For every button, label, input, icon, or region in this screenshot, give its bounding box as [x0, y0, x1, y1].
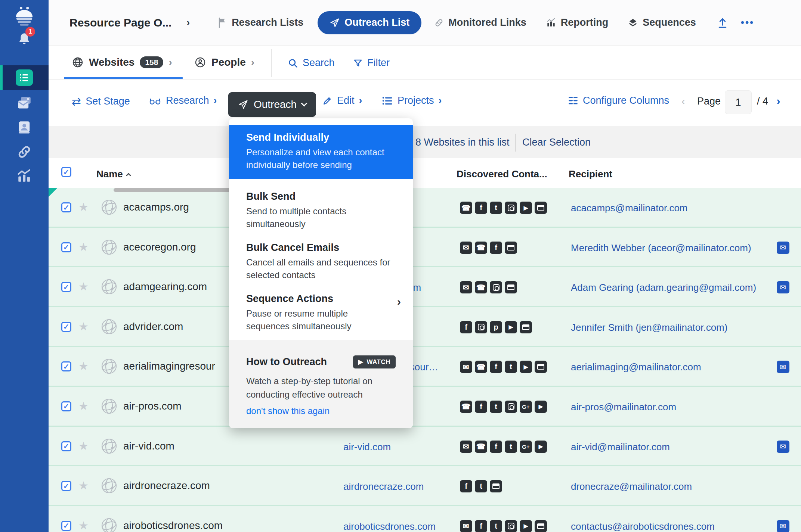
tab-sequences[interactable]: Sequences [628, 17, 696, 28]
facebook-icon[interactable]: f [460, 321, 472, 333]
star-icon[interactable]: ★ [78, 439, 89, 452]
phone-icon[interactable]: ☎ [475, 361, 487, 373]
row-checkbox[interactable]: ✓ [61, 481, 71, 491]
projects-menu-button[interactable]: Projects › [382, 95, 442, 106]
tab-reporting[interactable]: Reporting [546, 17, 609, 28]
website-url-link[interactable]: air-vid.com [343, 441, 391, 453]
youtube-icon[interactable]: ▶ [520, 520, 532, 532]
instagram-icon[interactable] [505, 401, 517, 413]
instagram-icon[interactable] [490, 281, 502, 293]
tab-people[interactable]: People › [194, 56, 254, 68]
phone-icon[interactable]: ☎ [475, 281, 487, 293]
star-icon[interactable]: ★ [78, 399, 89, 413]
facebook-icon[interactable]: f [475, 520, 487, 532]
recipient-link[interactable]: aerialimaging@mailinator.com [571, 361, 701, 373]
table-row[interactable]: ✓★airdronecraze.comairdronecraze.comftdr… [49, 466, 801, 506]
gplus-icon[interactable]: G+ [520, 401, 532, 413]
twitter-icon[interactable]: t [490, 401, 502, 413]
recipient-link[interactable]: air-vid@mailinator.com [571, 441, 670, 453]
page-number-input[interactable] [725, 90, 752, 114]
row-checkbox[interactable]: ✓ [61, 441, 71, 451]
export-button[interactable] [717, 17, 728, 29]
row-checkbox[interactable]: ✓ [61, 322, 71, 332]
facebook-icon[interactable]: f [490, 361, 502, 373]
youtube-icon[interactable]: ▶ [535, 401, 547, 413]
search-button[interactable]: Search [288, 57, 335, 69]
row-checkbox[interactable]: ✓ [61, 202, 71, 212]
star-icon[interactable]: ★ [78, 200, 89, 214]
envelope-icon[interactable]: ✉ [777, 281, 789, 293]
table-row[interactable]: ✓★air-pros.com☎ftG+▶air-pros@mailinator.… [49, 387, 801, 427]
envelope-icon[interactable]: ✉ [777, 242, 789, 254]
notifications-bell-icon[interactable]: 1 [0, 31, 49, 48]
twitter-icon[interactable]: t [505, 441, 517, 453]
select-all-checkbox[interactable]: ✓ [61, 167, 71, 177]
sidebar-item-messages-icon[interactable] [0, 94, 49, 111]
star-icon[interactable]: ★ [78, 360, 89, 373]
window-icon[interactable] [535, 202, 547, 214]
mail-icon[interactable]: ✉ [460, 361, 472, 373]
recipient-link[interactable]: Jennifer Smith (jen@mailinator.com) [571, 322, 727, 333]
menu-item-sequence-actions[interactable]: Sequence Actions Pause or resume multipl… [229, 293, 413, 333]
facebook-icon[interactable]: f [475, 202, 487, 214]
facebook-icon[interactable]: f [490, 242, 502, 254]
outreach-menu-button[interactable]: Outreach [228, 92, 316, 117]
column-header-name[interactable]: Name [96, 168, 130, 180]
sidebar-item-lists-active[interactable] [0, 65, 49, 90]
table-row[interactable]: ✓★acecoregon.org✉☎fMeredith Webber (aceo… [49, 228, 801, 268]
tab-monitored-links[interactable]: Monitored Links [434, 17, 526, 28]
tab-websites-active[interactable]: Websites 158 › [72, 56, 172, 68]
window-icon[interactable] [520, 321, 532, 333]
star-icon[interactable]: ★ [78, 320, 89, 333]
table-row[interactable]: ✓★aerialimagingresouraerialimagingresour… [49, 347, 801, 387]
recipient-link[interactable]: dronecraze@mailinator.com [571, 481, 692, 492]
mail-icon[interactable]: ✉ [460, 242, 472, 254]
website-name[interactable]: air-pros.com [123, 400, 182, 412]
facebook-icon[interactable]: f [475, 401, 487, 413]
star-icon[interactable]: ★ [78, 479, 89, 492]
recipient-link[interactable]: contactus@airoboticsdrones.com [571, 521, 715, 532]
sidebar-item-reports-icon[interactable] [0, 167, 49, 184]
tab-research-lists[interactable]: Research Lists [217, 17, 303, 28]
table-row[interactable]: ✓★air-vid.comair-vid.com✉☎ftG+▶air-vid@m… [49, 427, 801, 467]
menu-item-bulk-send[interactable]: Bulk Send Send to multiple contacts simu… [229, 191, 413, 230]
configure-columns-button[interactable]: Configure Columns [568, 95, 669, 106]
sidebar-item-contacts-icon[interactable] [0, 119, 49, 136]
pinterest-icon[interactable]: p [490, 321, 502, 333]
phone-icon[interactable]: ☎ [475, 242, 487, 254]
menu-item-send-individually[interactable]: Send Individually Personalize and view e… [229, 125, 413, 179]
instagram-icon[interactable] [505, 520, 517, 532]
table-row[interactable]: ✓★acacamps.org☎ft▶acacamps@mailinator.co… [49, 188, 801, 228]
clear-selection-link[interactable]: Clear Selection [522, 137, 591, 148]
website-name[interactable]: air-vid.com [123, 440, 174, 452]
recipient-link[interactable]: acacamps@mailinator.com [571, 202, 688, 214]
twitter-icon[interactable]: t [505, 361, 517, 373]
website-url-link[interactable]: airoboticsdrones.com [343, 521, 436, 532]
twitter-icon[interactable]: t [490, 202, 502, 214]
page-prev-button[interactable]: ‹ [681, 95, 685, 108]
star-icon[interactable]: ★ [78, 240, 89, 253]
row-checkbox[interactable]: ✓ [61, 401, 71, 411]
youtube-icon[interactable]: ▶ [535, 441, 547, 453]
twitter-icon[interactable]: t [490, 520, 502, 532]
phone-icon[interactable]: ☎ [460, 202, 472, 214]
gplus-icon[interactable]: G+ [520, 441, 532, 453]
select-all-link[interactable]: 8 Websites in this list [415, 137, 510, 148]
filter-button[interactable]: Filter [353, 57, 390, 69]
phone-icon[interactable]: ☎ [475, 441, 487, 453]
website-name[interactable]: adamgearing.com [123, 281, 207, 293]
recipient-link[interactable]: Meredith Webber (aceor@mailinator.com) [571, 242, 751, 254]
page-next-button[interactable]: › [776, 94, 780, 108]
website-url-link[interactable]: airdronecraze.com [343, 481, 424, 492]
window-icon[interactable] [535, 361, 547, 373]
envelope-icon[interactable]: ✉ [777, 361, 789, 373]
facebook-icon[interactable]: f [460, 480, 472, 492]
row-checkbox[interactable]: ✓ [61, 361, 71, 371]
window-icon[interactable] [490, 480, 502, 492]
twitter-icon[interactable]: t [475, 480, 487, 492]
menu-item-bulk-cancel-emails[interactable]: Bulk Cancel Emails Cancel all emails and… [229, 242, 413, 281]
buzzstream-logo-icon[interactable] [0, 5, 49, 26]
row-checkbox[interactable]: ✓ [61, 282, 71, 292]
set-stage-button[interactable]: ⇄ Set Stage [72, 95, 130, 108]
star-icon[interactable]: ★ [78, 519, 89, 532]
